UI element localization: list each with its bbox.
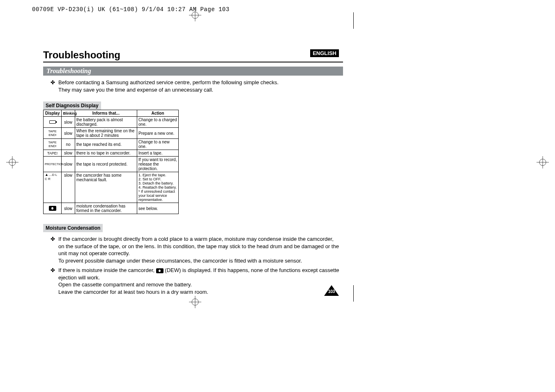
registration-mark-right-icon xyxy=(537,156,549,170)
triangle-icon: 103 xyxy=(324,285,339,296)
intro-line-1: Before contacting a Samsung authorized s… xyxy=(58,79,279,85)
cell-display xyxy=(44,203,62,214)
cell-action: Change to a charged one. xyxy=(137,117,179,128)
intro-paragraph: ✤ Before contacting a Samsung authorized… xyxy=(51,79,343,93)
table-header-row: Display Blinking Informs that... Action xyxy=(44,110,179,117)
cell-informs: the tape is record protected. xyxy=(75,157,137,172)
moisture-b1-l2: on the surface of the tape, or on the le… xyxy=(58,243,339,257)
cell-informs: there is no tape in camcorder. xyxy=(75,150,137,157)
section-title: Troubleshooting xyxy=(43,67,343,76)
bullet-icon: ✤ xyxy=(51,79,55,93)
cell-blinking: slow xyxy=(62,150,75,157)
cell-blinking: slow xyxy=(62,128,75,139)
registration-mark-left-icon xyxy=(6,156,18,170)
page-number: 103 xyxy=(327,289,336,294)
crop-mark-bottom-icon xyxy=(353,285,354,302)
cell-display: TAPE END! xyxy=(44,139,62,150)
moisture-paragraph: ✤ If the camcorder is brought directly f… xyxy=(51,235,343,295)
cell-informs: the tape reached its end. xyxy=(75,139,137,150)
th-informs: Informs that... xyxy=(75,110,137,117)
page-number-marker: 103 xyxy=(324,285,339,296)
moisture-b2-l2: Open the cassette compartment and remove… xyxy=(58,281,192,288)
eject-icon: ▲....D L C R xyxy=(45,173,60,181)
table-row: slow the battery pack is almost discharg… xyxy=(44,117,179,128)
cell-action: 1. Eject the tape. 2. Set to OFF. 3. Det… xyxy=(137,172,179,203)
moisture-heading: Moisture Condensation xyxy=(43,224,103,232)
self-diagnosis-heading: Self Diagnosis Display xyxy=(43,101,101,110)
battery-icon xyxy=(49,120,56,124)
cell-informs: When the remaining time on the tape is a… xyxy=(75,128,137,139)
cell-blinking: slow xyxy=(62,172,75,203)
cell-informs: moisture condensation has formed in the … xyxy=(75,203,137,214)
moisture-b2-pre: If there is moisture inside the camcorde… xyxy=(58,267,156,273)
cell-display: TAPE! xyxy=(44,150,62,157)
table-row: ▲....D L C R slow the camcorder has some… xyxy=(44,172,179,203)
cell-blinking: slow xyxy=(62,203,75,214)
bullet-icon: ✤ xyxy=(51,235,55,264)
th-display: Display xyxy=(44,110,62,117)
table-row: PROTECTION slow the tape is record prote… xyxy=(44,157,179,172)
table-row: slow moisture condensation has formed in… xyxy=(44,203,179,214)
bullet-icon: ✤ xyxy=(51,267,55,295)
intro-line-2: They may save you the time and expense o… xyxy=(58,87,213,93)
registration-mark-top-icon xyxy=(189,9,201,23)
cell-action: Change to a new one. xyxy=(137,139,179,150)
moisture-b1-l1: If the camcorder is brought directly fro… xyxy=(58,236,334,242)
cell-blinking: no xyxy=(62,139,75,150)
cell-action: If you want to record, release the prote… xyxy=(137,157,179,172)
cell-action: see below. xyxy=(137,203,179,214)
cell-display: ▲....D L C R xyxy=(44,172,62,203)
cell-informs: the camcorder has some mechanical fault. xyxy=(75,172,137,203)
page-title: Troubleshooting xyxy=(43,49,343,62)
moisture-b2-l3: Leave the camcorder for at least two hou… xyxy=(58,289,208,295)
cell-display: TAPE END! xyxy=(44,128,62,139)
table-row: TAPE END! no the tape reached its end. C… xyxy=(44,139,179,150)
cell-display: PROTECTION xyxy=(44,157,62,172)
crop-mark-top-icon xyxy=(353,12,354,29)
cell-action: Prepare a new one. xyxy=(137,128,179,139)
dew-icon xyxy=(156,268,164,273)
moisture-b1-l3: To prevent possible damage under these c… xyxy=(58,258,302,264)
page-content: ENGLISH Troubleshooting Troubleshooting … xyxy=(43,49,343,292)
cell-informs: the battery pack is almost discharged. xyxy=(75,117,137,128)
dew-icon xyxy=(49,206,56,211)
cell-action: Insert a tape. xyxy=(137,150,179,157)
table-row: TAPE END! slow When the remaining time o… xyxy=(44,128,179,139)
cell-display xyxy=(44,117,62,128)
language-badge: ENGLISH xyxy=(310,49,339,57)
th-blinking: Blinking xyxy=(62,110,75,117)
cell-blinking: slow xyxy=(62,117,75,128)
self-diagnosis-table: Display Blinking Informs that... Action … xyxy=(43,110,179,214)
registration-mark-bottom-icon xyxy=(189,296,201,310)
table-row: TAPE! slow there is no tape in camcorder… xyxy=(44,150,179,157)
th-action: Action xyxy=(137,110,179,117)
